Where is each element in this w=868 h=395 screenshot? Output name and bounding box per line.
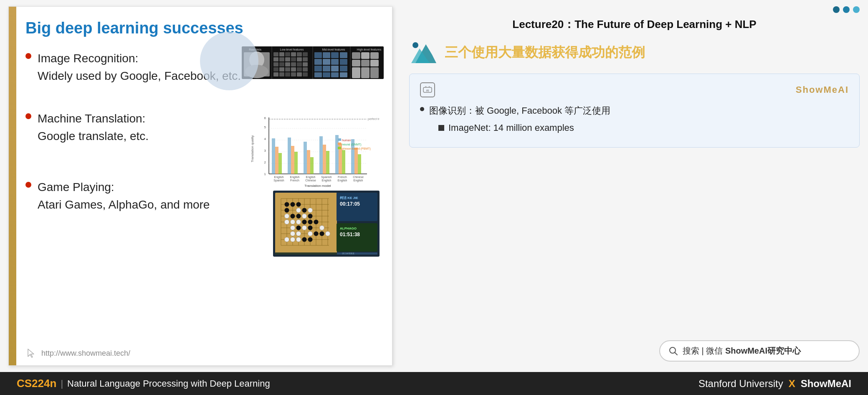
cursor-icon [25,347,37,359]
svg-rect-54 [323,72,330,77]
svg-rect-93 [326,151,329,174]
svg-text:French: French [338,176,347,178]
svg-point-171 [291,237,295,242]
annotation-sub-1: ImageNet: 14 million examples [438,121,610,135]
search-brand: ShowMeAI研究中心 [725,346,801,355]
svg-rect-85 [288,138,291,174]
brand-name: ShowMeAI [801,378,851,390]
svg-rect-31 [285,67,290,71]
search-icon [668,346,678,356]
square-bullet-1 [438,125,444,131]
ai-badge: AI [420,82,435,97]
svg-rect-91 [319,136,323,174]
bottom-bar: CS224n | Natural Language Processing wit… [0,372,868,395]
svg-text:Spanish: Spanish [321,176,332,179]
svg-point-168 [308,232,313,236]
svg-point-158 [285,214,289,219]
svg-text:Chinese: Chinese [353,176,364,178]
svg-rect-29 [273,67,278,71]
svg-rect-15 [297,52,302,56]
svg-rect-64 [361,67,369,78]
svg-rect-117 [338,147,341,149]
svg-rect-21 [297,57,302,61]
svg-text:Low-level features: Low-level features [280,48,304,51]
svg-rect-27 [297,62,302,66]
svg-point-169 [326,232,330,236]
svg-point-162 [296,220,301,224]
svg-rect-45 [314,59,322,65]
svg-point-166 [291,232,295,236]
svg-rect-56 [340,72,347,77]
annotation-bullet-dot-1 [420,107,424,111]
game-playing-visual: 柯洁 KE JIE 00:17:05 ALPHAGO 01:51:38 浙江体育… [273,191,380,258]
svg-point-153 [320,232,324,236]
svg-rect-82 [272,138,275,174]
dot-2 [843,6,850,13]
svg-rect-53 [314,72,322,77]
pipe-separator: | [61,378,63,389]
search-box[interactable]: 搜索 | 微信 ShowMeAI研究中心 [659,340,860,362]
svg-rect-17 [273,57,278,61]
svg-rect-36 [279,72,284,76]
translation-chart-visual: 1 2 3 4 5 6 Translation quality [246,113,380,192]
svg-point-139 [285,202,289,207]
svg-rect-18 [279,57,284,61]
svg-rect-115 [338,143,341,145]
svg-rect-58 [361,52,369,59]
annotation-header: AI ShowMeAI [420,82,849,97]
svg-text:English: English [306,176,316,179]
showmeai-brand: ShowMeAI [796,84,849,95]
svg-text:00:17:05: 00:17:05 [340,201,360,207]
svg-text:phrase-based (PBMT): phrase-based (PBMT) [342,147,371,150]
svg-rect-38 [291,72,296,76]
svg-rect-16 [303,52,308,56]
svg-point-161 [291,220,295,224]
svg-rect-43 [331,52,339,58]
svg-rect-11 [273,52,278,56]
svg-rect-24 [279,62,284,66]
game-svg: 柯洁 KE JIE 00:17:05 ALPHAGO 01:51:38 浙江体育… [273,191,380,257]
slide-title: Big deep learning successes [25,19,380,37]
svg-text:ALPHAGO: ALPHAGO [340,227,357,230]
svg-rect-20 [291,57,296,61]
svg-rect-52 [340,66,347,71]
svg-rect-35 [273,72,278,76]
svg-point-155 [308,237,313,242]
svg-point-157 [308,208,313,213]
svg-point-172 [296,237,301,242]
svg-text:2: 2 [264,161,266,164]
svg-rect-57 [352,52,360,59]
lecture-title: Lecture20：The Future of Deep Learning + … [409,15,860,32]
svg-line-190 [675,352,678,355]
svg-rect-22 [303,57,308,61]
dots-header [409,6,860,13]
bottom-left: CS224n | Natural Language Processing wit… [17,377,270,390]
footer-url: http://www.showmeai.tech/ [41,349,130,358]
dot-3 [853,6,860,13]
svg-rect-41 [314,52,322,58]
svg-point-164 [302,226,307,230]
svg-rect-59 [370,52,379,59]
svg-point-143 [302,208,307,213]
ai-icon: AI [423,86,432,94]
svg-point-170 [285,237,289,242]
svg-rect-92 [323,145,326,174]
course-code: CS224n [17,377,56,390]
svg-point-146 [308,214,313,219]
svg-text:perfect translation: perfect translation [368,117,380,121]
svg-rect-32 [291,67,296,71]
svg-rect-28 [303,62,308,66]
svg-point-160 [285,220,289,224]
x-separator: X [789,378,795,390]
svg-point-145 [296,214,301,219]
svg-rect-39 [297,72,302,76]
zh-title-text: 三个使用大量数据获得成功的范例 [445,44,645,61]
svg-rect-63 [352,67,360,78]
svg-rect-14 [291,52,296,56]
annotation-text-1: 图像识别：被 Google, Facebook 等广泛使用 [429,104,610,117]
svg-point-156 [296,208,301,213]
svg-point-167 [296,232,301,236]
svg-rect-37 [285,72,290,76]
svg-point-149 [314,220,319,224]
slide-panel: Big deep learning successes Image Recogn… [8,6,392,366]
